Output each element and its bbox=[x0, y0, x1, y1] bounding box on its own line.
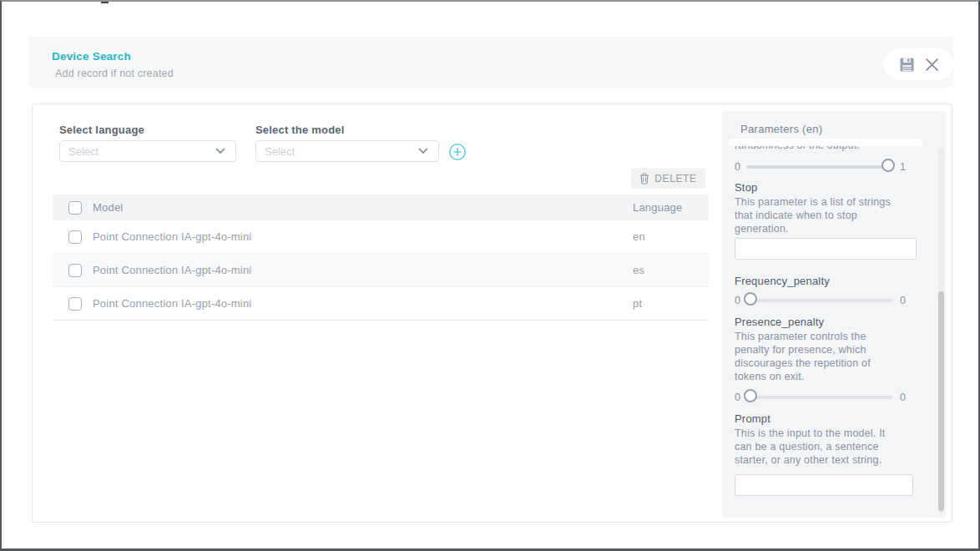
top-notch bbox=[101, 0, 109, 3]
header-actions bbox=[884, 48, 953, 80]
frequency-penalty-slider[interactable] bbox=[746, 299, 892, 302]
language-select[interactable]: Select bbox=[59, 140, 236, 162]
stop-label: Stop bbox=[735, 181, 758, 194]
save-icon[interactable] bbox=[899, 57, 915, 73]
dialog-header: Device Search Add record if not created bbox=[28, 37, 953, 88]
temperature-slider-min: 0 bbox=[735, 161, 746, 173]
table-body: Point Connection IA-gpt-4o-minienPoint C… bbox=[53, 220, 709, 321]
model-select-label: Select the model bbox=[255, 124, 345, 136]
select-all-checkbox[interactable] bbox=[68, 201, 82, 215]
slider-handle[interactable] bbox=[744, 292, 757, 306]
presence-penalty-slider-row: 0 0 bbox=[735, 388, 906, 406]
close-icon[interactable] bbox=[925, 58, 939, 72]
column-header-model: Model bbox=[93, 201, 633, 214]
delete-button[interactable]: DELETE bbox=[631, 168, 705, 189]
slider-fill bbox=[746, 165, 887, 169]
presence-penalty-description: This parameter controls the penalty for … bbox=[735, 330, 900, 383]
panel-scrollbar-thumb[interactable] bbox=[938, 291, 944, 511]
row-model-name: Point Connection IA-gpt-4o-mini bbox=[93, 297, 633, 310]
chevron-down-icon bbox=[215, 148, 225, 154]
page-title[interactable]: Device Search bbox=[52, 50, 131, 63]
add-record-button[interactable] bbox=[448, 143, 467, 161]
row-language: en bbox=[633, 230, 709, 243]
main-card: Select language Select Select the model … bbox=[32, 104, 952, 523]
row-checkbox[interactable] bbox=[68, 297, 82, 311]
page-subtitle: Add record if not created bbox=[55, 68, 174, 79]
table-row[interactable]: Point Connection IA-gpt-4o-minipt bbox=[53, 287, 709, 321]
temperature-slider-max: 1 bbox=[900, 161, 906, 173]
stop-input[interactable] bbox=[735, 238, 917, 260]
prompt-label: Prompt bbox=[735, 412, 770, 425]
chevron-down-icon bbox=[418, 148, 428, 154]
presence-slider-max: 0 bbox=[900, 392, 906, 403]
table-row[interactable]: Point Connection IA-gpt-4o-minien bbox=[53, 220, 709, 254]
temperature-slider[interactable] bbox=[746, 165, 892, 169]
language-select-label: Select language bbox=[59, 124, 144, 136]
frequency-penalty-label: Frequency_penalty bbox=[735, 275, 830, 287]
panel-scrollbar[interactable] bbox=[938, 149, 944, 513]
slider-handle[interactable] bbox=[744, 389, 757, 402]
frequency-slider-max: 0 bbox=[900, 295, 906, 306]
table-row[interactable]: Point Connection IA-gpt-4o-minies bbox=[53, 254, 709, 287]
stop-description: This parameter is a list of strings that… bbox=[735, 195, 900, 235]
temperature-slider-row: 0 1 bbox=[735, 158, 906, 175]
parameters-panel-title: Parameters (en) bbox=[740, 123, 822, 135]
model-select-placeholder: Select bbox=[265, 145, 418, 158]
prompt-input[interactable] bbox=[735, 474, 913, 496]
column-header-language: Language bbox=[633, 201, 709, 214]
row-checkbox[interactable] bbox=[68, 230, 82, 244]
models-table: Model Language Point Connection IA-gpt-4… bbox=[53, 195, 709, 321]
language-select-placeholder: Select bbox=[68, 145, 215, 158]
trash-icon bbox=[639, 173, 649, 185]
row-checkbox[interactable] bbox=[68, 264, 82, 277]
row-model-name: Point Connection IA-gpt-4o-mini bbox=[93, 230, 633, 243]
model-select[interactable]: Select bbox=[255, 140, 439, 162]
row-model-name: Point Connection IA-gpt-4o-mini bbox=[93, 264, 633, 276]
parameters-panel: Parameters (en) randomness of the output… bbox=[722, 111, 946, 518]
table-header-row: Model Language bbox=[53, 195, 709, 220]
prompt-description: This is the input to the model. It can b… bbox=[735, 427, 900, 467]
app-window: Device Search Add record if not created bbox=[0, 0, 980, 551]
row-language: pt bbox=[633, 297, 709, 310]
delete-button-label: DELETE bbox=[654, 173, 696, 185]
panel-scroll-mask bbox=[729, 139, 922, 146]
slider-handle[interactable] bbox=[881, 159, 895, 172]
frequency-penalty-slider-row: 0 0 bbox=[735, 291, 906, 309]
presence-penalty-slider[interactable] bbox=[746, 396, 892, 399]
row-language: es bbox=[633, 264, 709, 276]
presence-penalty-label: Presence_penalty bbox=[735, 316, 824, 328]
